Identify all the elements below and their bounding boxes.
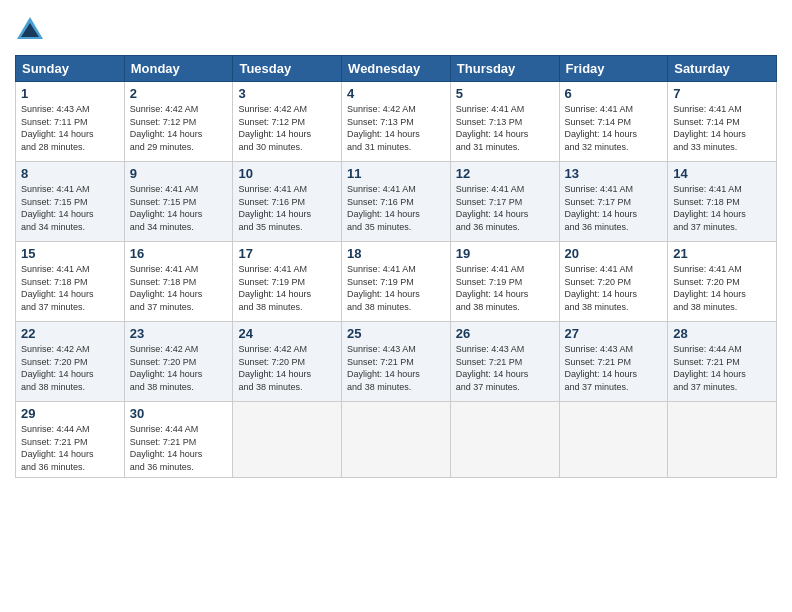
day-info: Sunrise: 4:42 AM Sunset: 7:20 PM Dayligh… [238, 343, 336, 393]
day-number: 20 [565, 246, 663, 261]
calendar-cell: 8Sunrise: 4:41 AM Sunset: 7:15 PM Daylig… [16, 162, 125, 242]
day-number: 9 [130, 166, 228, 181]
day-info: Sunrise: 4:41 AM Sunset: 7:19 PM Dayligh… [238, 263, 336, 313]
calendar-week-4: 22Sunrise: 4:42 AM Sunset: 7:20 PM Dayli… [16, 322, 777, 402]
day-number: 2 [130, 86, 228, 101]
day-info: Sunrise: 4:41 AM Sunset: 7:18 PM Dayligh… [673, 183, 771, 233]
calendar-cell: 15Sunrise: 4:41 AM Sunset: 7:18 PM Dayli… [16, 242, 125, 322]
day-info: Sunrise: 4:44 AM Sunset: 7:21 PM Dayligh… [130, 423, 228, 473]
weekday-thursday: Thursday [450, 56, 559, 82]
day-number: 21 [673, 246, 771, 261]
calendar-cell: 20Sunrise: 4:41 AM Sunset: 7:20 PM Dayli… [559, 242, 668, 322]
weekday-tuesday: Tuesday [233, 56, 342, 82]
calendar-cell: 7Sunrise: 4:41 AM Sunset: 7:14 PM Daylig… [668, 82, 777, 162]
day-info: Sunrise: 4:41 AM Sunset: 7:16 PM Dayligh… [238, 183, 336, 233]
calendar-cell: 4Sunrise: 4:42 AM Sunset: 7:13 PM Daylig… [342, 82, 451, 162]
calendar-cell [450, 402, 559, 478]
calendar-cell: 18Sunrise: 4:41 AM Sunset: 7:19 PM Dayli… [342, 242, 451, 322]
day-number: 8 [21, 166, 119, 181]
calendar-week-5: 29Sunrise: 4:44 AM Sunset: 7:21 PM Dayli… [16, 402, 777, 478]
calendar-cell [559, 402, 668, 478]
day-info: Sunrise: 4:42 AM Sunset: 7:20 PM Dayligh… [21, 343, 119, 393]
calendar-week-2: 8Sunrise: 4:41 AM Sunset: 7:15 PM Daylig… [16, 162, 777, 242]
day-number: 18 [347, 246, 445, 261]
day-number: 7 [673, 86, 771, 101]
day-number: 6 [565, 86, 663, 101]
day-number: 15 [21, 246, 119, 261]
day-number: 28 [673, 326, 771, 341]
day-number: 22 [21, 326, 119, 341]
day-number: 4 [347, 86, 445, 101]
weekday-sunday: Sunday [16, 56, 125, 82]
day-number: 3 [238, 86, 336, 101]
day-number: 12 [456, 166, 554, 181]
weekday-friday: Friday [559, 56, 668, 82]
calendar-cell: 21Sunrise: 4:41 AM Sunset: 7:20 PM Dayli… [668, 242, 777, 322]
calendar-cell: 19Sunrise: 4:41 AM Sunset: 7:19 PM Dayli… [450, 242, 559, 322]
calendar-cell: 23Sunrise: 4:42 AM Sunset: 7:20 PM Dayli… [124, 322, 233, 402]
calendar-cell: 10Sunrise: 4:41 AM Sunset: 7:16 PM Dayli… [233, 162, 342, 242]
day-info: Sunrise: 4:41 AM Sunset: 7:18 PM Dayligh… [130, 263, 228, 313]
calendar-cell: 11Sunrise: 4:41 AM Sunset: 7:16 PM Dayli… [342, 162, 451, 242]
day-info: Sunrise: 4:42 AM Sunset: 7:12 PM Dayligh… [238, 103, 336, 153]
calendar-cell: 27Sunrise: 4:43 AM Sunset: 7:21 PM Dayli… [559, 322, 668, 402]
calendar-cell: 22Sunrise: 4:42 AM Sunset: 7:20 PM Dayli… [16, 322, 125, 402]
calendar-table: SundayMondayTuesdayWednesdayThursdayFrid… [15, 55, 777, 478]
day-info: Sunrise: 4:41 AM Sunset: 7:17 PM Dayligh… [456, 183, 554, 233]
calendar-cell: 14Sunrise: 4:41 AM Sunset: 7:18 PM Dayli… [668, 162, 777, 242]
day-info: Sunrise: 4:41 AM Sunset: 7:20 PM Dayligh… [565, 263, 663, 313]
calendar-cell: 26Sunrise: 4:43 AM Sunset: 7:21 PM Dayli… [450, 322, 559, 402]
day-info: Sunrise: 4:41 AM Sunset: 7:18 PM Dayligh… [21, 263, 119, 313]
calendar-cell: 29Sunrise: 4:44 AM Sunset: 7:21 PM Dayli… [16, 402, 125, 478]
header [15, 15, 777, 45]
calendar-cell: 13Sunrise: 4:41 AM Sunset: 7:17 PM Dayli… [559, 162, 668, 242]
day-info: Sunrise: 4:41 AM Sunset: 7:17 PM Dayligh… [565, 183, 663, 233]
calendar-header: SundayMondayTuesdayWednesdayThursdayFrid… [16, 56, 777, 82]
day-number: 30 [130, 406, 228, 421]
day-info: Sunrise: 4:42 AM Sunset: 7:20 PM Dayligh… [130, 343, 228, 393]
calendar-cell: 28Sunrise: 4:44 AM Sunset: 7:21 PM Dayli… [668, 322, 777, 402]
day-info: Sunrise: 4:41 AM Sunset: 7:16 PM Dayligh… [347, 183, 445, 233]
day-number: 1 [21, 86, 119, 101]
calendar-cell: 17Sunrise: 4:41 AM Sunset: 7:19 PM Dayli… [233, 242, 342, 322]
calendar-page: SundayMondayTuesdayWednesdayThursdayFrid… [0, 0, 792, 612]
calendar-cell: 6Sunrise: 4:41 AM Sunset: 7:14 PM Daylig… [559, 82, 668, 162]
day-number: 11 [347, 166, 445, 181]
day-info: Sunrise: 4:43 AM Sunset: 7:11 PM Dayligh… [21, 103, 119, 153]
calendar-cell: 25Sunrise: 4:43 AM Sunset: 7:21 PM Dayli… [342, 322, 451, 402]
calendar-cell: 16Sunrise: 4:41 AM Sunset: 7:18 PM Dayli… [124, 242, 233, 322]
day-number: 19 [456, 246, 554, 261]
weekday-monday: Monday [124, 56, 233, 82]
day-number: 24 [238, 326, 336, 341]
day-number: 23 [130, 326, 228, 341]
day-info: Sunrise: 4:41 AM Sunset: 7:14 PM Dayligh… [673, 103, 771, 153]
day-info: Sunrise: 4:43 AM Sunset: 7:21 PM Dayligh… [456, 343, 554, 393]
day-info: Sunrise: 4:43 AM Sunset: 7:21 PM Dayligh… [347, 343, 445, 393]
calendar-body: 1Sunrise: 4:43 AM Sunset: 7:11 PM Daylig… [16, 82, 777, 478]
day-info: Sunrise: 4:41 AM Sunset: 7:13 PM Dayligh… [456, 103, 554, 153]
day-info: Sunrise: 4:44 AM Sunset: 7:21 PM Dayligh… [673, 343, 771, 393]
weekday-header-row: SundayMondayTuesdayWednesdayThursdayFrid… [16, 56, 777, 82]
calendar-cell: 30Sunrise: 4:44 AM Sunset: 7:21 PM Dayli… [124, 402, 233, 478]
calendar-week-1: 1Sunrise: 4:43 AM Sunset: 7:11 PM Daylig… [16, 82, 777, 162]
calendar-cell [342, 402, 451, 478]
calendar-cell [233, 402, 342, 478]
calendar-cell: 9Sunrise: 4:41 AM Sunset: 7:15 PM Daylig… [124, 162, 233, 242]
calendar-cell: 2Sunrise: 4:42 AM Sunset: 7:12 PM Daylig… [124, 82, 233, 162]
logo [15, 15, 49, 45]
day-info: Sunrise: 4:44 AM Sunset: 7:21 PM Dayligh… [21, 423, 119, 473]
weekday-wednesday: Wednesday [342, 56, 451, 82]
day-info: Sunrise: 4:43 AM Sunset: 7:21 PM Dayligh… [565, 343, 663, 393]
day-info: Sunrise: 4:41 AM Sunset: 7:19 PM Dayligh… [456, 263, 554, 313]
weekday-saturday: Saturday [668, 56, 777, 82]
calendar-cell [668, 402, 777, 478]
day-info: Sunrise: 4:41 AM Sunset: 7:20 PM Dayligh… [673, 263, 771, 313]
day-number: 14 [673, 166, 771, 181]
day-number: 27 [565, 326, 663, 341]
day-info: Sunrise: 4:41 AM Sunset: 7:15 PM Dayligh… [130, 183, 228, 233]
day-number: 25 [347, 326, 445, 341]
calendar-cell: 3Sunrise: 4:42 AM Sunset: 7:12 PM Daylig… [233, 82, 342, 162]
day-number: 16 [130, 246, 228, 261]
day-number: 13 [565, 166, 663, 181]
logo-icon [15, 15, 45, 45]
